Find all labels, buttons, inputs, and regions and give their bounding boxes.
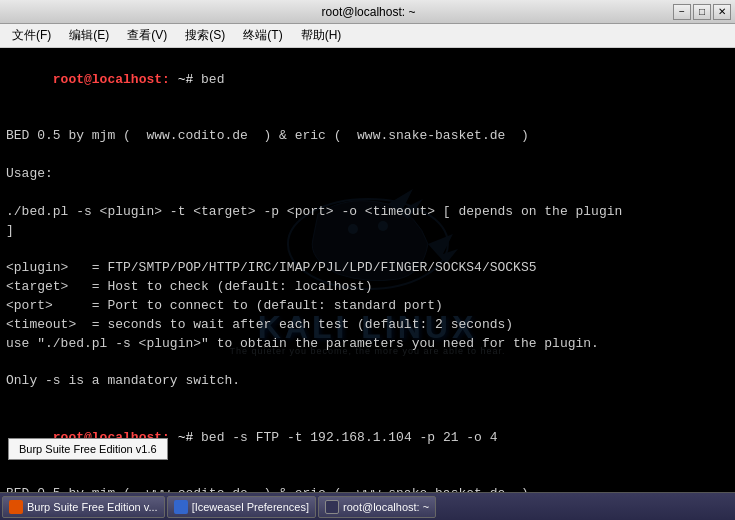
line-blank-3 bbox=[6, 184, 729, 203]
line-port: <port> = Port to connect to (default: st… bbox=[6, 297, 729, 316]
minimize-button[interactable]: − bbox=[673, 4, 691, 20]
line-bed-version: BED 0.5 by mjm ( www.codito.de ) & eric … bbox=[6, 127, 729, 146]
line-target: <target> = Host to check (default: local… bbox=[6, 278, 729, 297]
line-blank-1 bbox=[6, 109, 729, 128]
line-use: use "./bed.pl -s <plugin>" to obtain the… bbox=[6, 335, 729, 354]
taskbar-item-iceweasel[interactable]: [Iceweasel Preferences] bbox=[167, 496, 316, 518]
menu-file[interactable]: 文件(F) bbox=[4, 25, 59, 46]
menu-view[interactable]: 查看(V) bbox=[119, 25, 175, 46]
line-blank-6 bbox=[6, 391, 729, 410]
taskbar-iceweasel-label: [Iceweasel Preferences] bbox=[192, 501, 309, 513]
menu-edit[interactable]: 编辑(E) bbox=[61, 25, 117, 46]
terminal[interactable]: KALI LINUX The quieter you become, the m… bbox=[0, 48, 735, 492]
terminal-icon bbox=[325, 500, 339, 514]
title-bar-buttons: − □ ✕ bbox=[673, 4, 731, 20]
line-usage-cmd: ./bed.pl -s <plugin> -t <target> -p <por… bbox=[6, 203, 729, 222]
iceweasel-icon bbox=[174, 500, 188, 514]
burp-notification-text: Burp Suite Free Edition v1.6 bbox=[19, 443, 157, 455]
line-blank-7 bbox=[6, 467, 729, 486]
line-timeout: <timeout> = seconds to wait after each t… bbox=[6, 316, 729, 335]
line-usage: Usage: bbox=[6, 165, 729, 184]
burp-notification: Burp Suite Free Edition v1.6 bbox=[8, 438, 168, 460]
maximize-button[interactable]: □ bbox=[693, 4, 711, 20]
line-plugin: <plugin> = FTP/SMTP/POP/HTTP/IRC/IMAP/PJ… bbox=[6, 259, 729, 278]
taskbar: Burp Suite Free Edition v... [Iceweasel … bbox=[0, 492, 735, 520]
line-blank-4 bbox=[6, 240, 729, 259]
menu-help[interactable]: 帮助(H) bbox=[293, 25, 350, 46]
menu-terminal[interactable]: 终端(T) bbox=[235, 25, 290, 46]
cmd1: bed bbox=[201, 72, 224, 87]
taskbar-item-terminal[interactable]: root@localhost: ~ bbox=[318, 496, 436, 518]
close-button[interactable]: ✕ bbox=[713, 4, 731, 20]
terminal-content: root@localhost: ~# bed BED 0.5 by mjm ( … bbox=[6, 52, 729, 492]
menu-search[interactable]: 搜索(S) bbox=[177, 25, 233, 46]
terminal-line-prompt1: root@localhost: ~# bed bbox=[6, 52, 729, 109]
taskbar-item-burp[interactable]: Burp Suite Free Edition v... bbox=[2, 496, 165, 518]
line-mandatory: Only -s is a mandatory switch. bbox=[6, 372, 729, 391]
menu-bar: 文件(F) 编辑(E) 查看(V) 搜索(S) 终端(T) 帮助(H) bbox=[0, 24, 735, 48]
line-bed-version-2: BED 0.5 by mjm ( www.codito.de ) & eric … bbox=[6, 485, 729, 492]
prompt-path-2: ~# bbox=[170, 430, 201, 445]
burp-icon bbox=[9, 500, 23, 514]
line-blank-5 bbox=[6, 354, 729, 373]
line-blank-2 bbox=[6, 146, 729, 165]
line-usage-bracket: ] bbox=[6, 222, 729, 241]
title-bar: root@localhost: ~ − □ ✕ bbox=[0, 0, 735, 24]
title-bar-title: root@localhost: ~ bbox=[64, 5, 673, 19]
prompt-path-1: ~# bbox=[170, 72, 201, 87]
cmd2: bed -s FTP -t 192.168.1.104 -p 21 -o 4 bbox=[201, 430, 497, 445]
prompt-host-1: root@localhost: bbox=[53, 72, 170, 87]
taskbar-terminal-label: root@localhost: ~ bbox=[343, 501, 429, 513]
taskbar-burp-label: Burp Suite Free Edition v... bbox=[27, 501, 158, 513]
